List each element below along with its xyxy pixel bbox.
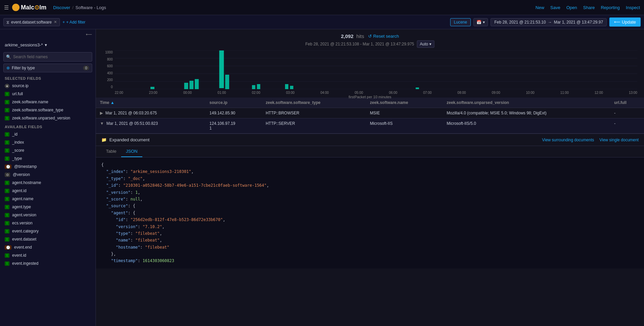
svg-rect-8 — [189, 81, 193, 89]
available-field-agent-name[interactable]: t agent.name — [0, 195, 96, 203]
search-icon: 🔍 — [6, 55, 11, 59]
field-name: agent.version — [12, 213, 36, 217]
col-source-ip[interactable]: source.ip — [206, 98, 262, 108]
available-field-id[interactable]: t _id — [0, 130, 96, 138]
field-type-icon: t — [5, 108, 9, 112]
col-time[interactable]: Time ▲ — [96, 98, 206, 108]
field-name: zeek.software.software_type — [12, 108, 63, 112]
update-button[interactable]: ⟵ Update — [609, 17, 641, 27]
field-type-icon: ● — [5, 84, 9, 88]
datetime-range[interactable]: Feb 28, 2021 @ 21:21:53.10 → Mar 1, 2021… — [491, 18, 607, 26]
available-field-agent-type[interactable]: t agent.type — [0, 203, 96, 211]
field-name: agent.hostname — [12, 180, 41, 185]
field-type-icon: t — [5, 116, 9, 120]
col-software-name[interactable]: zeek.software.name — [366, 98, 443, 108]
available-field-index[interactable]: t _index — [0, 138, 96, 146]
share-link[interactable]: Share — [583, 5, 595, 10]
search-field-input[interactable] — [3, 52, 92, 62]
view-surrounding-button[interactable]: View surrounding documents — [542, 138, 594, 142]
cell-software-type: HTTP::SERVER — [262, 118, 366, 134]
selected-field-software-name[interactable]: t zeek.software.name — [0, 98, 96, 106]
cell-unparsed-version: Microsoft-IIS/5.0 — [443, 118, 610, 134]
reporting-link[interactable]: Reporting — [601, 5, 620, 10]
col-url-full[interactable]: url.full — [610, 98, 644, 108]
selected-fields-list: ● source.ip t url.full t zeek.software.n… — [0, 82, 96, 122]
discover-link[interactable]: Discover — [53, 5, 70, 10]
expanded-doc-header: 📁 Expanded document View surrounding doc… — [96, 134, 644, 146]
menu-icon[interactable]: ☰ — [4, 4, 9, 11]
field-name: zeek.software.unparsed_version — [12, 116, 70, 120]
folder-icon: 📁 — [101, 137, 107, 142]
field-type-icon: t — [5, 261, 9, 266]
field-type-icon: t — [5, 189, 9, 193]
tab-table[interactable]: Table — [101, 146, 121, 157]
svg-rect-10 — [219, 50, 224, 88]
expand-row-button[interactable]: ▶ — [100, 111, 103, 115]
field-type-icon: t — [5, 237, 9, 242]
selected-field-source-ip[interactable]: ● source.ip — [0, 82, 96, 90]
available-field-event-id[interactable]: t event.id — [0, 251, 96, 259]
top-nav: ☰ Malc⊙lm Discover / Software - Logs New… — [0, 0, 644, 15]
doc-content: { "_index": "arkime_sessions3-210301", "… — [96, 157, 644, 268]
selected-field-unparsed-version[interactable]: t zeek.software.unparsed_version — [0, 114, 96, 122]
selected-field-url-full[interactable]: t url.full — [0, 90, 96, 98]
chart-area: 2,092 hits ↺ Reset search Feb 28, 2021 @… — [96, 29, 644, 98]
save-link[interactable]: Save — [550, 5, 561, 10]
chart-subtitle: Feb 28, 2021 @ 21:21:53.108 - Mar 1, 202… — [103, 40, 637, 48]
calendar-button[interactable]: 📅 ▾ — [473, 18, 488, 26]
filter-by-type-button[interactable]: ⊕ Filter by type 0 — [3, 64, 92, 72]
doc-tabs: Table JSON — [96, 146, 644, 157]
available-field-event-end[interactable]: 🕐 event.end — [0, 243, 96, 251]
svg-rect-11 — [225, 75, 229, 89]
index-name: event.dataset:software — [11, 20, 52, 25]
field-type-icon: t — [5, 229, 9, 233]
lucene-button[interactable]: Lucene — [450, 18, 471, 26]
cell-url-full: - — [610, 108, 644, 118]
field-name: _id — [12, 132, 17, 137]
col-unparsed-version[interactable]: zeek.software.unparsed_version — [443, 98, 610, 108]
open-link[interactable]: Open — [566, 5, 577, 10]
auto-select-dropdown[interactable]: Auto ▾ — [417, 40, 435, 48]
field-name: _index — [12, 140, 24, 145]
available-field-type[interactable]: t _type — [0, 154, 96, 162]
field-name: url.full — [12, 92, 23, 96]
chart-header: 2,092 hits ↺ Reset search — [103, 33, 637, 39]
new-link[interactable]: New — [536, 5, 544, 10]
index-selector[interactable]: ⧖ event.dataset:software ✕ — [3, 18, 60, 26]
svg-rect-6 — [150, 87, 154, 89]
sidebar: ⟵ arkime_sessions3-* ▾ 🔍 ⊕ Filter by typ… — [0, 29, 96, 326]
available-field-agent-hostname[interactable]: t agent.hostname — [0, 179, 96, 187]
available-field-version[interactable]: ⊙ @version — [0, 171, 96, 179]
available-field-event-dataset[interactable]: t event.dataset — [0, 235, 96, 243]
index-label-text: arkime_sessions3-* — [5, 42, 43, 47]
logo-text: Malc⊙lm — [21, 4, 46, 11]
main-layout: ⟵ arkime_sessions3-* ▾ 🔍 ⊕ Filter by typ… — [0, 29, 644, 326]
inspect-link[interactable]: Inspect — [626, 5, 640, 10]
available-field-score[interactable]: t _score — [0, 146, 96, 154]
datetime-arrow: → — [548, 20, 552, 25]
available-field-timestamp[interactable]: 🕐 @timestamp — [0, 162, 96, 171]
collapse-row-button[interactable]: ▼ — [100, 121, 104, 126]
available-field-event-category[interactable]: t event.category — [0, 227, 96, 235]
sort-icon: ▲ — [110, 100, 114, 105]
selected-field-software-type[interactable]: t zeek.software.software_type — [0, 106, 96, 114]
sidebar-collapse-button[interactable]: ⟵ — [0, 29, 96, 40]
available-field-agent-id[interactable]: t agent.id — [0, 187, 96, 195]
field-type-icon: t — [5, 132, 9, 137]
add-filter-button[interactable]: + + Add filter — [63, 20, 85, 25]
view-single-button[interactable]: View single document — [599, 138, 639, 142]
tab-json[interactable]: JSON — [121, 146, 142, 157]
filter-type-badge: 0 — [83, 66, 89, 70]
field-type-icon: t — [5, 100, 9, 104]
available-field-agent-version[interactable]: t agent.version — [0, 211, 96, 219]
available-field-ecs-version[interactable]: t ecs.version — [0, 219, 96, 227]
current-page: Software - Logs — [75, 5, 106, 10]
field-name: @timestamp — [14, 164, 37, 169]
col-software-type[interactable]: zeek.software.software_type — [262, 98, 366, 108]
field-type-icon: t — [5, 213, 9, 217]
available-field-event-ingested[interactable]: t event.ingested — [0, 259, 96, 267]
reset-search-button[interactable]: ↺ Reset search — [368, 34, 399, 39]
index-label[interactable]: arkime_sessions3-* ▾ — [0, 40, 96, 50]
filter-bar: ⧖ event.dataset:software ✕ + + Add filte… — [0, 15, 644, 29]
data-table: Time ▲ source.ip zeek.software.software_… — [96, 98, 644, 134]
